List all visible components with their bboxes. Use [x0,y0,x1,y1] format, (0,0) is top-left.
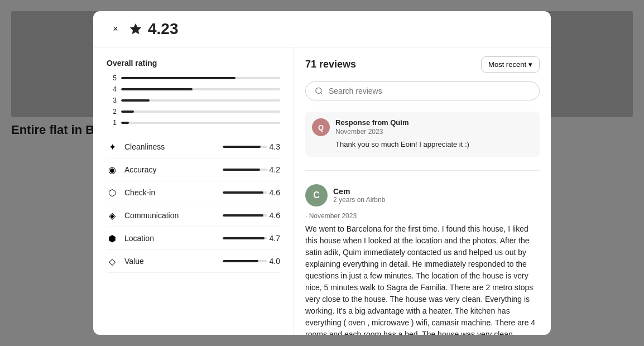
category-item: ◉ Accuracy 4.2 [107,158,280,181]
mini-bar-fill [223,260,258,262]
bar-label: 2 [107,108,117,116]
chevron-down-icon: ▾ [528,60,532,69]
mini-bar-track [223,191,267,194]
bar-fill [121,122,129,124]
sort-dropdown[interactable]: Most recent ▾ [481,56,540,73]
mini-bar-track [223,260,267,262]
search-bar [305,81,540,100]
avatar: C [305,184,328,206]
category-score: 4.3 [223,142,280,151]
left-panel: Overall rating 5 4 3 2 1 [93,47,294,335]
category-name: Location [124,234,154,243]
overall-label: Overall rating [107,59,280,68]
score-value: 4.6 [270,211,280,220]
bar-label: 3 [107,97,117,104]
reviewer-name: Cem [333,187,540,196]
review-date: · November 2023 [305,212,540,220]
bar-track [121,77,280,79]
category-ratings: ✦ Cleanliness 4.3 ◉ Accuracy 4.2 [107,136,280,273]
svg-point-0 [316,88,321,93]
bar-label: 1 [107,119,117,127]
review-item: C Cem 2 years on Airbnb · November 2023 … [305,184,540,335]
category-score: 4.2 [223,165,280,174]
score-value: 4.7 [270,234,280,243]
bar-row: 5 [107,74,280,82]
category-name: Accuracy [124,165,157,174]
mini-bar-fill [223,214,264,217]
prev-response: Q Response from Quim November 2023 Thank… [305,112,540,157]
category-item: ◇ Value 4.0 [107,250,280,273]
reviews-modal: × 4.23 Overall rating 5 4 3 [93,11,551,335]
score-value: 4.0 [270,257,280,266]
mini-bar-track [223,237,267,239]
rating-bars: 5 4 3 2 1 [107,74,280,127]
right-panel: 71 reviews Most recent ▾ Q Response from… [294,47,551,335]
category-left: ◈ Communication [107,210,179,221]
category-score: 4.6 [223,211,280,220]
category-item: ⬡ Check-in 4.6 [107,181,280,204]
mini-bar-fill [223,146,261,148]
bar-row: 3 [107,97,280,104]
bar-label: 4 [107,85,117,93]
bar-fill [121,99,150,102]
bar-fill [121,88,193,90]
hero-rating: 4.23 [129,20,179,38]
hero-rating-number: 4.23 [148,20,179,38]
category-left: ◇ Value [107,256,144,267]
category-icon: ◈ [107,210,118,221]
mini-bar-fill [223,191,264,194]
prev-response-label: Response from Quim [335,118,533,127]
score-value: 4.2 [270,165,280,174]
category-item: ✦ Cleanliness 4.3 [107,136,280,158]
close-icon: × [113,24,118,34]
category-icon: ⬡ [107,187,118,198]
bar-track [121,88,280,90]
category-score: 4.7 [223,234,280,243]
svg-line-1 [320,93,322,94]
bar-track [121,99,280,102]
mini-bar-track [223,146,267,148]
reviewer-sub: 2 years on Airbnb [333,196,540,204]
star-icon [129,22,142,36]
bar-label: 5 [107,74,117,82]
category-name: Cleanliness [124,142,165,151]
mini-bar-fill [223,237,265,239]
prev-response-content: Response from Quim November 2023 Thank y… [335,118,533,150]
category-icon: ✦ [107,141,118,152]
score-value: 4.6 [270,188,280,197]
close-button[interactable]: × [107,20,124,38]
category-icon: ◇ [107,256,118,267]
category-name: Communication [124,211,179,220]
prev-response-block: Q Response from Quim November 2023 Thank… [305,112,540,171]
category-item: ◈ Communication 4.6 [107,204,280,227]
reviews-count: 71 reviews [305,59,356,70]
mini-bar-fill [223,169,260,171]
mini-bar-track [223,169,267,171]
reviews-header: 71 reviews Most recent ▾ [305,56,540,73]
bar-track [121,110,280,113]
sort-label: Most recent [488,60,526,69]
category-left: ◉ Accuracy [107,164,157,175]
reviewer-info: Cem 2 years on Airbnb [333,187,540,204]
modal-body: Overall rating 5 4 3 2 1 [93,47,551,335]
category-left: ⬡ Check-in [107,187,155,198]
category-score: 4.6 [223,188,280,197]
score-value: 4.3 [270,142,280,151]
search-icon [315,86,323,95]
bar-fill [121,77,236,79]
prev-response-date: November 2023 [335,128,533,136]
category-item: ⬢ Location 4.7 [107,227,280,250]
review-body: We went to Barcelona for the first time.… [305,223,540,335]
bar-row: 4 [107,85,280,93]
category-name: Value [124,257,144,266]
modal-header: × 4.23 [93,11,551,47]
review-meta: C Cem 2 years on Airbnb [305,184,540,206]
search-input[interactable] [329,86,530,95]
bar-row: 2 [107,108,280,116]
bar-track [121,122,280,124]
category-name: Check-in [124,188,155,197]
category-score: 4.0 [223,257,280,266]
bar-row: 1 [107,119,280,127]
category-left: ✦ Cleanliness [107,141,165,152]
category-icon: ⬢ [107,233,118,244]
